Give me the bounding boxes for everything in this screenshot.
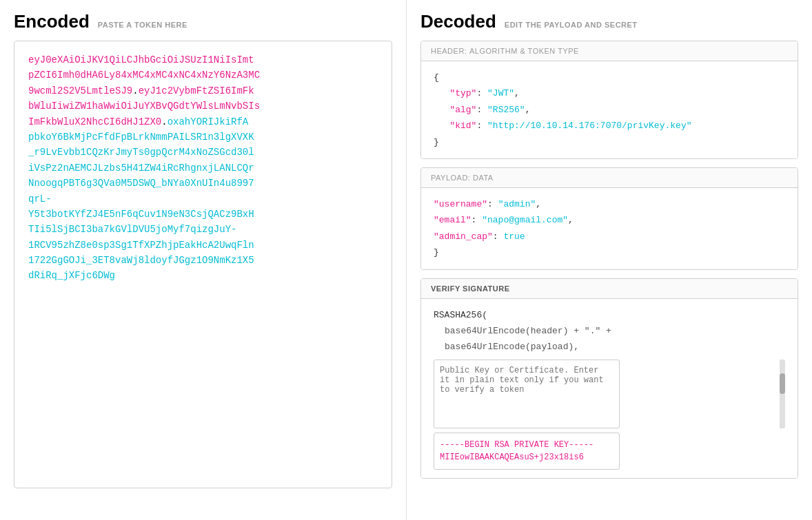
token-part3: oxahYORIJkiRfApbkoY6BkMjPcFfdFpBLrkNmmPA… [28, 116, 254, 282]
header-open-brace: { [434, 72, 439, 83]
header-section-label: HEADER: ALGORITHM & TOKEN TYPE [421, 41, 798, 61]
encoded-panel: Encoded PASTE A TOKEN HERE eyJ0eXAiOiJKV… [0, 0, 407, 520]
token-dot1: . [132, 85, 138, 96]
payload-section-content: "username": "admin", "email": "napo@gmai… [421, 188, 798, 269]
header-section-content: { "typ": "JWT", "alg": "RS256", "kid": "… [421, 61, 798, 158]
payload-username-val: "admin" [498, 199, 536, 209]
encoded-token-box[interactable]: eyJ0eXAiOiJKV1QiLCJhbGciOiJSUzI1NiIsImtp… [14, 41, 392, 488]
header-kid-val: "http://10.10.14.176:7070/privKey.key" [487, 121, 691, 131]
encoded-title: Encoded [14, 11, 90, 32]
payload-admin-cap-val: true [503, 231, 525, 242]
verify-inner-lines: base64UrlEncode(header) + "." + base64Ur… [434, 323, 785, 355]
payload-email-val: "napo@gmail.com" [482, 215, 568, 225]
decoded-panel: Decoded EDIT THE PAYLOAD AND SECRET HEAD… [407, 0, 812, 520]
header-typ-val: "JWT" [487, 88, 514, 98]
header-section: HEADER: ALGORITHM & TOKEN TYPE { "typ": … [420, 41, 798, 159]
verify-section-label: VERIFY SIGNATURE [421, 279, 798, 299]
encoded-header: Encoded PASTE A TOKEN HERE [14, 11, 392, 32]
payload-close-brace: } [434, 247, 439, 258]
header-alg-val: "RS256" [487, 105, 525, 115]
payload-admin-cap-key: "admin_cap" [434, 231, 493, 242]
payload-username-key: "username" [434, 199, 487, 209]
scrollbar-thumb [780, 373, 785, 394]
key-value-display: -----BEGIN RSA PRIVATE KEY----- MIIEowIB… [434, 433, 620, 470]
decoded-header: Decoded EDIT THE PAYLOAD AND SECRET [420, 11, 798, 32]
public-key-textarea[interactable] [434, 360, 620, 428]
verify-section-content: RSASHA256( base64UrlEncode(header) + "."… [421, 299, 798, 478]
payload-section-label: PAYLOAD: DATA [421, 168, 798, 188]
token-dot2: . [161, 116, 167, 127]
payload-section: PAYLOAD: DATA "username": "admin", "emai… [420, 167, 798, 270]
header-typ-key: "typ" [449, 88, 476, 98]
decoded-title: Decoded [420, 11, 496, 32]
header-close-brace: } [434, 137, 439, 147]
verify-section: VERIFY SIGNATURE RSASHA256( base64UrlEnc… [420, 278, 798, 479]
header-kid-key: "kid" [449, 121, 476, 131]
encoded-subtitle: PASTE A TOKEN HERE [98, 21, 187, 29]
scrollbar [780, 360, 785, 428]
payload-email-key: "email" [434, 215, 471, 225]
verify-func-name: RSASHA256( [434, 307, 785, 323]
header-alg-key: "alg" [449, 105, 476, 115]
decoded-subtitle: EDIT THE PAYLOAD AND SECRET [505, 21, 638, 29]
key-textarea-wrapper [434, 360, 785, 428]
